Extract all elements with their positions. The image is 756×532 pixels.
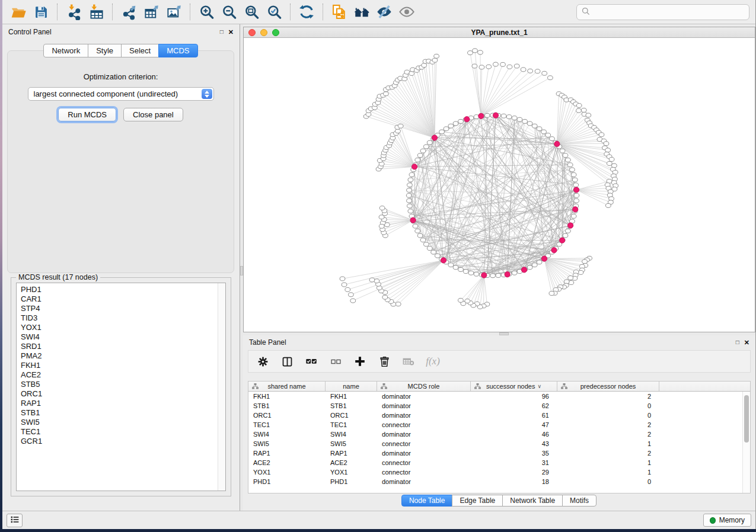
mcds-result-group: MCDS result (17 nodes) PHD1CAR1STP4TID3Y… bbox=[11, 277, 231, 496]
node-table: shared namenameMCDS rolesuccessor nodes∨… bbox=[248, 381, 751, 493]
tab-style[interactable]: Style bbox=[88, 44, 122, 57]
table-cell: 62 bbox=[471, 402, 557, 409]
table-cell: 29 bbox=[471, 469, 557, 476]
mcds-result-item[interactable]: SWI5 bbox=[21, 418, 213, 427]
mcds-result-item[interactable]: FKH1 bbox=[21, 361, 213, 370]
window-maximize-icon[interactable] bbox=[272, 29, 279, 36]
table-row[interactable]: SWI5SWI5connector431 bbox=[248, 439, 750, 448]
table-cell: dominator bbox=[377, 412, 471, 419]
select-all-columns-icon[interactable] bbox=[304, 354, 318, 368]
criterion-select[interactable]: largest connected component (undirected) bbox=[28, 87, 214, 101]
toggle-columns-icon[interactable] bbox=[280, 354, 294, 368]
tab-motifs[interactable]: Motifs bbox=[562, 495, 596, 507]
delete-column-icon[interactable] bbox=[377, 354, 391, 368]
close-panel-icon[interactable]: ✕ bbox=[228, 29, 234, 36]
mcds-result-item[interactable]: GCR1 bbox=[21, 437, 213, 446]
export-network-icon[interactable] bbox=[119, 2, 139, 21]
network-canvas[interactable] bbox=[244, 38, 755, 332]
column-header-name[interactable]: name bbox=[326, 382, 377, 391]
column-header-mcds-role[interactable]: MCDS role bbox=[377, 382, 471, 391]
control-panel: Control Panel □ ✕ NetworkStyleSelectMCDS… bbox=[2, 24, 240, 511]
tab-network-table[interactable]: Network Table bbox=[502, 495, 563, 507]
mcds-result-item[interactable]: SRD1 bbox=[21, 342, 213, 351]
search-field[interactable] bbox=[576, 4, 749, 20]
table-cell: YOX1 bbox=[326, 469, 377, 476]
table-row[interactable]: ORC1ORC1dominator610 bbox=[248, 411, 750, 420]
table-cell: 2 bbox=[557, 431, 659, 438]
table-row[interactable]: FKH1FKH1dominator962 bbox=[248, 392, 750, 401]
settings-icon[interactable] bbox=[256, 354, 270, 368]
table-row[interactable]: PHD1PHD1dominator180 bbox=[248, 477, 750, 486]
mcds-result-item[interactable]: TEC1 bbox=[21, 427, 213, 437]
close-panel-icon[interactable]: ✕ bbox=[744, 339, 749, 346]
table-cell: ACE2 bbox=[326, 459, 377, 466]
network-window-titlebar: YPA_prune.txt_1 bbox=[244, 27, 755, 38]
table-row[interactable]: RAP1RAP1dominator352 bbox=[248, 448, 750, 458]
export-image-icon[interactable] bbox=[164, 2, 184, 21]
deselect-all-columns-icon[interactable] bbox=[328, 354, 343, 368]
memory-button[interactable]: Memory bbox=[703, 514, 751, 527]
zoom-out-icon[interactable] bbox=[219, 2, 239, 21]
open-file-icon[interactable] bbox=[8, 2, 28, 21]
import-network-icon[interactable] bbox=[63, 2, 84, 21]
sort-desc-icon: ∨ bbox=[537, 383, 541, 389]
mcds-result-item[interactable]: RAP1 bbox=[21, 399, 213, 408]
zoom-in-icon[interactable] bbox=[196, 2, 216, 21]
mcds-result-item[interactable]: SWI4 bbox=[21, 332, 213, 342]
search-input[interactable] bbox=[594, 8, 745, 17]
mcds-result-item[interactable]: ORC1 bbox=[21, 389, 213, 399]
network-view-window: YPA_prune.txt_1 bbox=[243, 27, 755, 332]
table-row[interactable]: YOX1YOX1connector291 bbox=[248, 467, 750, 477]
table-row[interactable]: STB1STB1dominator620 bbox=[248, 401, 750, 411]
mcds-result-item[interactable]: STP4 bbox=[21, 304, 213, 313]
table-row[interactable]: TEC1TEC1connector472 bbox=[248, 420, 750, 430]
tab-edge-table[interactable]: Edge Table bbox=[452, 495, 503, 507]
tab-network[interactable]: Network bbox=[43, 44, 88, 57]
column-header-predecessor-nodes[interactable]: predecessor nodes bbox=[557, 382, 659, 391]
show-all-icon[interactable] bbox=[397, 2, 417, 21]
mcds-result-item[interactable]: TID3 bbox=[21, 313, 213, 323]
mcds-result-item[interactable]: PMA2 bbox=[21, 351, 213, 361]
window-minimize-icon[interactable] bbox=[260, 29, 267, 36]
mcds-result-item[interactable]: ACE2 bbox=[21, 370, 213, 380]
refresh-network-icon[interactable] bbox=[296, 2, 317, 21]
mcds-result-item[interactable]: STB5 bbox=[21, 380, 213, 389]
table-scrollbar[interactable] bbox=[742, 392, 750, 493]
scrollbar-thumb[interactable] bbox=[744, 395, 749, 443]
table-cell: 61 bbox=[471, 412, 557, 419]
table-cell: 2 bbox=[557, 421, 659, 428]
table-cell: ACE2 bbox=[248, 459, 326, 466]
column-header-successor-nodes[interactable]: successor nodes∨ bbox=[471, 382, 557, 391]
tab-select[interactable]: Select bbox=[121, 44, 159, 57]
mcds-result-item[interactable]: PHD1 bbox=[21, 285, 213, 294]
mcds-list-scrollbar[interactable] bbox=[218, 283, 225, 491]
table-cell: 2 bbox=[557, 450, 659, 457]
window-close-icon[interactable] bbox=[248, 29, 256, 36]
tab-node-table[interactable]: Node Table bbox=[401, 495, 453, 507]
column-header-shared-name[interactable]: shared name bbox=[248, 382, 326, 391]
mcds-result-item[interactable]: STB1 bbox=[21, 408, 213, 418]
table-row[interactable]: SWI4SWI4dominator462 bbox=[248, 430, 750, 439]
float-panel-icon[interactable]: □ bbox=[736, 339, 739, 345]
zoom-selected-icon[interactable] bbox=[264, 2, 284, 21]
save-session-icon[interactable] bbox=[31, 2, 51, 21]
table-cell: RAP1 bbox=[248, 450, 326, 457]
table-cell: 35 bbox=[471, 450, 557, 457]
clone-network-icon[interactable] bbox=[329, 2, 349, 21]
import-table-icon[interactable] bbox=[86, 2, 106, 21]
mcds-result-item[interactable]: CAR1 bbox=[21, 294, 213, 304]
toolbar-separator bbox=[290, 4, 291, 20]
hide-selected-icon[interactable] bbox=[374, 2, 394, 21]
zoom-fit-icon[interactable] bbox=[241, 2, 261, 21]
add-column-icon[interactable] bbox=[353, 354, 367, 368]
float-panel-icon[interactable]: □ bbox=[220, 29, 224, 35]
table-cell: 31 bbox=[471, 459, 557, 466]
run-mcds-button[interactable]: Run MCDS bbox=[58, 108, 116, 121]
table-row[interactable]: ACE2ACE2connector311 bbox=[248, 458, 750, 467]
export-table-icon[interactable] bbox=[141, 2, 161, 21]
tab-mcds[interactable]: MCDS bbox=[158, 44, 197, 57]
first-neighbors-icon[interactable] bbox=[352, 2, 372, 21]
mcds-result-item[interactable]: YOX1 bbox=[21, 323, 213, 332]
show-panels-button[interactable] bbox=[7, 514, 23, 527]
close-panel-button[interactable]: Close panel bbox=[123, 108, 183, 121]
